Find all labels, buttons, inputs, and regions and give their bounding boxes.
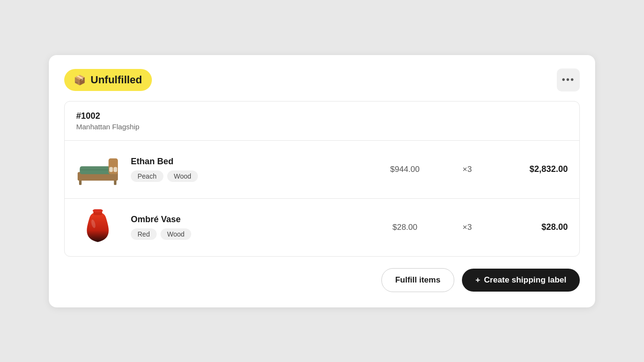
svg-rect-6 bbox=[114, 167, 117, 172]
status-label: Unfulfilled bbox=[91, 74, 142, 86]
card-header: 📦 Unfulfilled ••• bbox=[64, 68, 580, 91]
item-total: $2,832.00 bbox=[491, 164, 568, 174]
item-tags: Peach Wood bbox=[131, 170, 367, 182]
svg-rect-5 bbox=[109, 167, 113, 172]
item-details-vase: Ombré Vase Red Wood bbox=[131, 215, 367, 240]
item-row: Ombré Vase Red Wood $28.00 ×3 $28.00 bbox=[65, 199, 579, 256]
order-location: Manhattan Flagship bbox=[76, 123, 568, 131]
item-total: $28.00 bbox=[491, 222, 568, 232]
status-icon: 📦 bbox=[74, 74, 86, 86]
item-qty: ×3 bbox=[443, 165, 491, 174]
tag-peach: Peach bbox=[131, 170, 163, 182]
item-name: Ethan Bed bbox=[131, 157, 367, 167]
item-details-bed: Ethan Bed Peach Wood bbox=[131, 157, 367, 182]
order-table: #1002 Manhattan Flagship bbox=[64, 101, 580, 257]
order-card: 📦 Unfulfilled ••• #1002 Manhattan Flagsh… bbox=[49, 55, 595, 307]
item-qty: ×3 bbox=[443, 223, 491, 232]
item-row: Ethan Bed Peach Wood $944.00 ×3 $2,832.0… bbox=[65, 141, 579, 199]
card-footer: Fulfill items + Create shipping label bbox=[64, 268, 580, 292]
more-dots-icon: ••• bbox=[562, 74, 575, 85]
tag-wood: Wood bbox=[167, 170, 198, 182]
tag-red: Red bbox=[131, 228, 157, 240]
order-info-row: #1002 Manhattan Flagship bbox=[65, 102, 579, 141]
status-badge: 📦 Unfulfilled bbox=[64, 69, 152, 91]
fulfill-items-button[interactable]: Fulfill items bbox=[381, 268, 454, 292]
item-price: $28.00 bbox=[367, 223, 443, 232]
item-name: Ombré Vase bbox=[131, 215, 367, 225]
create-shipping-label-button[interactable]: + Create shipping label bbox=[462, 269, 580, 292]
item-image-bed bbox=[76, 150, 119, 189]
item-tags: Red Wood bbox=[131, 228, 367, 240]
order-number: #1002 bbox=[76, 111, 568, 121]
plus-icon: + bbox=[475, 275, 480, 285]
tag-wood2: Wood bbox=[161, 228, 191, 240]
item-image-vase bbox=[76, 208, 119, 247]
create-label-text: Create shipping label bbox=[484, 275, 566, 285]
item-price: $944.00 bbox=[367, 165, 443, 174]
more-options-button[interactable]: ••• bbox=[557, 68, 580, 91]
